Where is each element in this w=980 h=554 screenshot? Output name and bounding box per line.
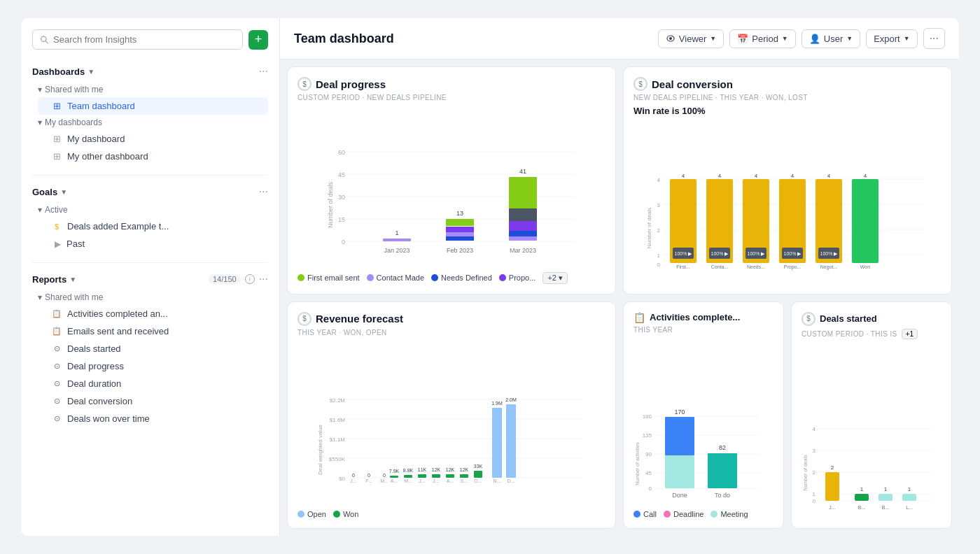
svg-text:B...: B... xyxy=(858,505,866,510)
svg-text:100% ▶: 100% ▶ xyxy=(820,251,839,256)
sidebar-item-deals-added[interactable]: $ Deals added Example t... xyxy=(38,218,268,235)
svg-rect-89 xyxy=(404,475,412,478)
svg-text:4: 4 xyxy=(755,173,758,179)
deal-progress-svg: 60 45 30 15 0 Number of deals xyxy=(298,142,606,268)
page-title: Team dashboard xyxy=(294,31,394,46)
svg-text:D...: D... xyxy=(507,478,515,483)
reports-more-btn[interactable]: ··· xyxy=(259,273,268,285)
main-header: Team dashboard Viewer ▼ 📅 Period ▼ 👤 xyxy=(280,18,959,59)
legend-more-button[interactable]: +2 ▾ xyxy=(542,272,568,284)
svg-text:Number of activities: Number of activities xyxy=(635,442,640,485)
svg-rect-95 xyxy=(432,474,440,478)
svg-text:M...: M... xyxy=(380,478,388,483)
shared-with-me-label: ▾ Shared with me xyxy=(38,82,268,97)
svg-text:J...: J... xyxy=(350,478,356,483)
reports-section: Reports ▼ 14/150 i ··· ▾ Shared with me … xyxy=(21,269,279,427)
deal-progress-chart: 60 45 30 15 0 Number of deals xyxy=(298,106,606,284)
svg-text:0: 0 xyxy=(368,473,370,478)
period-button[interactable]: 📅 Period ▼ xyxy=(729,29,796,48)
svg-text:8.8K: 8.8K xyxy=(403,468,414,473)
dashboards-chevron: ▼ xyxy=(88,68,94,76)
goals-section: Goals ▼ ··· ▾ Active $ Deals added Examp… xyxy=(21,181,279,253)
sidebar-item-report-4[interactable]: ⊙Deal duration xyxy=(38,375,268,392)
dashboard-icon-2: ⊞ xyxy=(52,134,62,144)
svg-text:4: 4 xyxy=(718,173,722,179)
reports-count-badge: 14/150 xyxy=(209,274,241,284)
legend-call: Call xyxy=(634,510,657,518)
add-button[interactable]: + xyxy=(248,30,268,50)
svg-rect-92 xyxy=(418,474,426,478)
svg-text:100% ▶: 100% ▶ xyxy=(675,251,693,256)
more-options-button[interactable]: ··· xyxy=(923,28,945,49)
search-input-wrap[interactable] xyxy=(32,29,243,50)
svg-text:100% ▶: 100% ▶ xyxy=(748,251,766,256)
goals-more-btn[interactable]: ··· xyxy=(259,185,268,198)
viewer-button[interactable]: Viewer ▼ xyxy=(658,29,724,48)
svg-text:Conta...: Conta... xyxy=(711,264,729,269)
deal-progress-title: Deal progress xyxy=(316,78,386,90)
search-input[interactable] xyxy=(53,34,235,45)
sidebar-item-my-dashboard[interactable]: ⊞ My dashboard xyxy=(38,130,268,148)
bottom-right-cards: 📋 Activities complete... THIS YEAR Numbe… xyxy=(623,301,952,530)
svg-text:$1.6M: $1.6M xyxy=(330,417,346,423)
sidebar-item-other-dashboard[interactable]: ⊞ My other dashboard xyxy=(38,148,268,165)
sidebar-item-report-0[interactable]: 📋Activities completed an... xyxy=(38,305,268,322)
my-dashboards-label: ▾ My dashboards xyxy=(38,115,268,130)
svg-line-1 xyxy=(46,41,48,43)
user-button[interactable]: 👤 User ▼ xyxy=(802,29,860,48)
svg-text:60: 60 xyxy=(338,149,345,156)
svg-rect-27 xyxy=(509,231,537,236)
export-chevron: ▼ xyxy=(904,35,910,42)
legend-won: Won xyxy=(333,510,358,518)
sidebar-item-report-2[interactable]: ⊙Deals started xyxy=(38,340,268,357)
deals-started-subtitle: CUSTOM PERIOD · THIS IS xyxy=(802,330,897,338)
dashboard-icon: ⊞ xyxy=(52,101,62,111)
deal-conversion-subtitle: NEW DEALS PIPELINE · THIS YEAR · WON, LO… xyxy=(634,94,941,101)
dashboards-more-btn[interactable]: ··· xyxy=(259,65,268,78)
deal-conversion-card: $ Deal conversion NEW DEALS PIPELINE · T… xyxy=(623,66,952,294)
svg-rect-107 xyxy=(492,408,502,478)
svg-text:A...: A... xyxy=(391,478,398,483)
report-icon-1: 📋 xyxy=(52,327,62,336)
deal-progress-legend: First email sent Contact Made Needs Defi… xyxy=(298,272,606,284)
svg-text:Number of deals: Number of deals xyxy=(327,181,334,228)
svg-rect-125 xyxy=(665,455,694,488)
eye-icon xyxy=(666,34,676,43)
svg-rect-104 xyxy=(474,471,482,478)
report-icon-2: ⊙ xyxy=(52,344,62,354)
sidebar-item-team-dashboard[interactable]: ⊞ Team dashboard xyxy=(38,97,268,115)
svg-text:180: 180 xyxy=(643,413,652,420)
viewer-chevron: ▼ xyxy=(710,35,716,42)
svg-text:41: 41 xyxy=(519,168,526,175)
deals-started-subtitle-row: CUSTOM PERIOD · THIS IS +1 xyxy=(802,329,941,339)
revenue-forecast-subtitle: THIS YEAR · WON, OPEN xyxy=(298,329,606,336)
svg-rect-28 xyxy=(509,236,537,241)
shared-with-me-section: ▾ Shared with me ⊞ Team dashboard xyxy=(32,82,268,115)
svg-text:4: 4 xyxy=(657,177,661,183)
deal-conversion-icon: $ xyxy=(634,77,648,91)
export-button[interactable]: Export ▼ xyxy=(866,29,918,48)
revenue-forecast-chart: $2.2M $1.6M $1.1M $550K $0 Deal weighted… xyxy=(298,341,606,519)
report-icon-6: ⊙ xyxy=(52,414,62,424)
svg-text:2: 2 xyxy=(813,469,816,476)
svg-text:Needs...: Needs... xyxy=(747,264,765,269)
svg-text:4: 4 xyxy=(827,173,831,179)
reports-header: Reports ▼ 14/150 i ··· xyxy=(32,269,268,290)
svg-text:100% ▶: 100% ▶ xyxy=(784,251,802,256)
svg-text:N...: N... xyxy=(493,478,501,483)
svg-text:11K: 11K xyxy=(418,467,427,472)
goals-title: Goals ▼ xyxy=(32,187,67,197)
sidebar-item-report-6[interactable]: ⊙Deals won over time xyxy=(38,410,268,427)
legend-contact-made: Contact Made xyxy=(367,274,424,282)
sidebar-item-report-1[interactable]: 📋Emails sent and received xyxy=(38,322,268,340)
svg-text:F...: F... xyxy=(365,478,372,483)
calendar-icon: 📅 xyxy=(737,34,748,44)
divider-1 xyxy=(32,175,268,176)
svg-text:7.9K: 7.9K xyxy=(389,469,400,474)
report-list: 📋Activities completed an...📋Emails sent … xyxy=(38,305,268,427)
deals-started-badge-btn[interactable]: +1 xyxy=(902,329,918,339)
sidebar-item-past[interactable]: ▶ Past xyxy=(38,235,268,253)
sidebar-item-report-3[interactable]: ⊙Deal progress xyxy=(38,357,268,375)
sidebar-item-report-5[interactable]: ⊙Deal conversion xyxy=(38,392,268,410)
svg-rect-110 xyxy=(506,404,516,478)
